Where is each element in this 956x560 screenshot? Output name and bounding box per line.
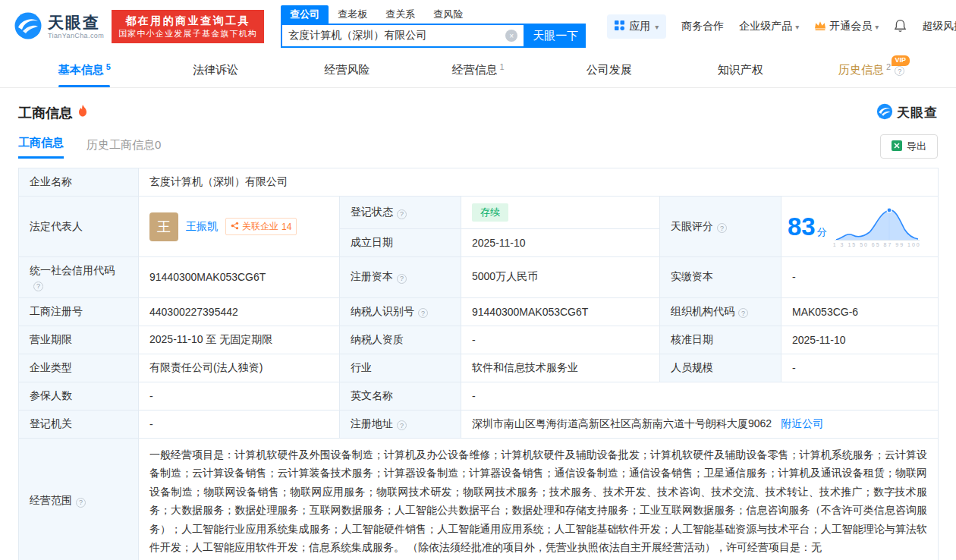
help-icon[interactable]: ? — [76, 498, 86, 508]
search-tab-risk[interactable]: 查风险 — [424, 5, 472, 24]
help-icon[interactable]: ? — [738, 308, 748, 318]
field-value: - — [139, 382, 340, 410]
super-risk-menu[interactable]: 超级风控 — [922, 20, 956, 33]
related-companies-badge[interactable]: 关联企业 14 — [225, 218, 297, 235]
help-icon[interactable]: ? — [397, 420, 407, 430]
label-text: 组织机构代码 — [671, 305, 734, 317]
legal-rep-content: 王 王振凯 关联企业 14 — [149, 212, 329, 241]
label-text: 企业名称 — [30, 175, 72, 187]
page-title: 工商信息 — [18, 104, 73, 122]
help-icon[interactable]: ? — [397, 209, 407, 219]
export-label: 导出 — [907, 140, 926, 153]
value-text: 2025-11-10 — [792, 334, 846, 346]
tab-legal-proceedings[interactable]: 法律诉讼 — [150, 53, 281, 87]
legal-rep-link[interactable]: 王振凯 — [186, 220, 218, 234]
table-row: 企业名称 玄度计算机（深圳）有限公司 — [19, 168, 939, 197]
open-membership-menu[interactable]: 开通会员 ▾ — [814, 20, 879, 33]
search-button[interactable]: 天眼一下 — [525, 24, 586, 48]
label-text: 注册资本 — [351, 270, 393, 282]
field-label: 注册资本? — [340, 257, 461, 298]
enterprise-product-menu[interactable]: 企业级产品 ▾ — [739, 20, 799, 33]
tianyancha-logo[interactable]: 天眼查 TianYanCha.com — [14, 11, 104, 42]
logo-text: 天眼查 TianYanCha.com — [48, 14, 104, 39]
legal-rep-cell: 王 王振凯 关联企业 14 — [139, 197, 340, 257]
field-label: 登记状态? — [340, 197, 461, 229]
label-text: 纳税人识别号 — [351, 305, 414, 317]
label-text: 企业类型 — [30, 361, 72, 373]
help-icon[interactable]: ? — [418, 308, 428, 318]
field-value: 2025-11-10 — [781, 326, 939, 354]
help-icon[interactable]: ? — [397, 274, 407, 284]
value-text: 440300227395442 — [149, 306, 238, 318]
table-row: 参保人数 - 英文名称 - — [19, 382, 939, 410]
bell-icon — [894, 19, 907, 35]
value-text: - — [149, 390, 153, 402]
tab-history-info[interactable]: 历史信息 2 ? VIP — [806, 53, 937, 87]
value-text: - — [149, 418, 153, 430]
apps-menu[interactable]: 应用 ▾ — [607, 14, 666, 39]
label-text: 经营范围 — [30, 494, 72, 506]
top-right-nav: 应用 ▾ 商务合作 企业级产品 ▾ 开通会员 ▾ 超级风控 — [607, 14, 956, 39]
label-text: 营业期限 — [30, 333, 72, 345]
logo-name: 天眼查 — [48, 14, 104, 30]
subtab-business-registration[interactable]: 工商信息 — [18, 136, 64, 159]
tab-company-development[interactable]: 公司发展 — [543, 53, 675, 87]
field-value: 存续 — [461, 197, 660, 229]
value-text: 软件和信息技术服务业 — [472, 361, 578, 373]
tab-label: 历史信息 — [838, 63, 884, 77]
field-value: 一般经营项目是：计算机软硬件及外围设备制造；计算机及办公设备维修；计算机软硬件及… — [139, 438, 939, 560]
avatar[interactable]: 王 — [149, 212, 178, 241]
label-text: 纳税人资质 — [351, 333, 404, 345]
field-value: 91440300MAK053CG6T — [139, 257, 340, 298]
business-cooperation-link[interactable]: 商务合作 — [681, 20, 724, 33]
search-tabs: 查公司 查老板 查关系 查风险 — [281, 5, 586, 24]
clear-search-icon[interactable]: × — [505, 30, 517, 42]
tab-intellectual-property[interactable]: 知识产权 — [675, 53, 806, 87]
help-icon[interactable]: ? — [33, 282, 43, 291]
tab-count: 2 — [886, 62, 891, 71]
label-text: 登记状态 — [351, 206, 393, 218]
table-row: 统一社会信用代码? 91440300MAK053CG6T 注册资本? 5000万… — [19, 257, 939, 298]
tab-label: 经营风险 — [324, 63, 370, 77]
search-input-wrap: × — [281, 24, 525, 48]
value-text: 2025-11-10 — [472, 237, 526, 249]
score-unit: 分 — [817, 226, 827, 238]
export-button[interactable]: 导出 — [880, 134, 938, 159]
tab-basic-info[interactable]: 基本信息 5 — [19, 53, 150, 87]
help-icon[interactable]: ? — [895, 66, 904, 76]
field-value: 440300227395442 — [139, 297, 340, 326]
score-content: 83分 1 3 15 50 65 87 99 100 — [788, 206, 932, 247]
field-value: - — [461, 326, 660, 354]
score-distribution-chart: 1 3 15 50 65 87 99 100 — [833, 206, 921, 247]
score-number-group: 83分 — [788, 214, 827, 239]
help-icon[interactable]: ? — [717, 223, 727, 233]
subtabs-row: 工商信息 历史工商信息0 导出 — [18, 134, 938, 159]
nearby-companies-link[interactable]: 附近公司 — [781, 417, 823, 429]
label-text: 统一社会信用代码 — [30, 264, 115, 276]
search-tab-boss[interactable]: 查老板 — [329, 5, 376, 24]
score-cell: 83分 1 3 15 50 65 87 99 100 — [781, 197, 939, 257]
tab-count: 5 — [106, 62, 111, 71]
apps-label: 应用 — [629, 20, 650, 33]
field-value: 91440300MAK053CG6T — [461, 297, 660, 326]
subtab-history-registration[interactable]: 历史工商信息0 — [86, 138, 161, 159]
search-tab-company[interactable]: 查公司 — [281, 5, 329, 24]
notification-bell-button[interactable] — [894, 19, 907, 35]
table-row: 工商注册号 440300227395442 纳税人识别号? 91440300MA… — [19, 297, 939, 326]
section-header: 工商信息 天眼查 — [18, 103, 938, 122]
table-row: 经营范围? 一般经营项目是：计算机软硬件及外围设备制造；计算机及办公设备维修；计… — [19, 438, 939, 560]
search-tab-relation[interactable]: 查关系 — [376, 5, 424, 24]
value-text: 5000万人民币 — [472, 270, 538, 282]
tab-count: 1 — [499, 62, 504, 71]
search-input[interactable] — [282, 30, 505, 42]
table-row: 法定代表人 王 王振凯 关联企业 14 登记状态? 存续 天眼评分? — [19, 197, 939, 229]
field-value: 软件和信息技术服务业 — [461, 354, 660, 382]
tianyancha-watermark-icon — [876, 103, 893, 122]
apps-grid-icon — [615, 20, 624, 33]
label-text: 注册地址 — [351, 417, 393, 429]
field-label: 营业期限 — [19, 326, 139, 354]
tab-business-info[interactable]: 经营信息 1 — [413, 53, 544, 87]
tab-operational-risk[interactable]: 经营风险 — [281, 53, 413, 87]
tab-label: 法律诉讼 — [193, 63, 238, 77]
field-label: 纳税人识别号? — [340, 297, 461, 326]
